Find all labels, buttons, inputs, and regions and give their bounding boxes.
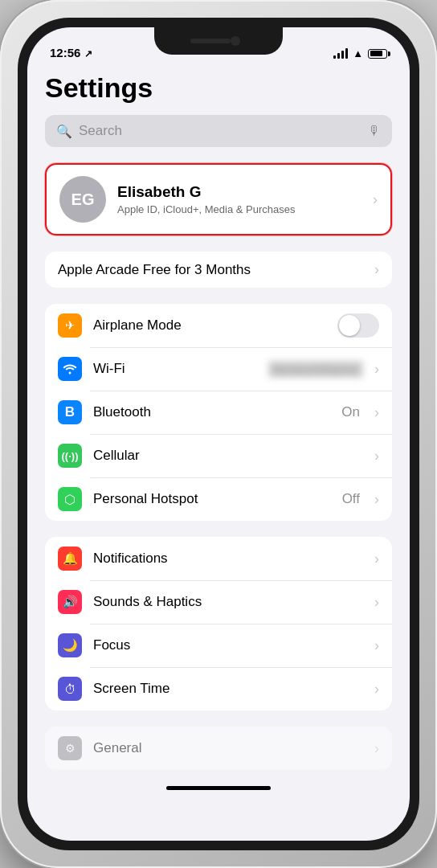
cellular-icon: ((·))	[58, 444, 82, 468]
notifications-chevron: ›	[374, 551, 379, 567]
toggle-thumb	[339, 315, 360, 336]
mic-icon[interactable]: 🎙	[368, 124, 381, 138]
wifi-status-icon: ▲	[353, 47, 363, 59]
general-label: General	[93, 740, 363, 756]
screen: 12:56 ↗ ▲	[27, 27, 410, 841]
general-icon: ⚙	[58, 736, 82, 760]
notifications-icon: 🔔	[58, 547, 82, 571]
hotspot-icon: ⬡	[58, 487, 82, 511]
arcade-row[interactable]: Apple Arcade Free for 3 Months ›	[45, 252, 392, 288]
location-icon: ↗	[84, 48, 92, 59]
search-icon: 🔍	[56, 124, 72, 139]
arcade-group: Apple Arcade Free for 3 Months ›	[45, 252, 392, 288]
wifi-network-value: NetworkName	[268, 361, 363, 378]
arcade-label: Apple Arcade Free for 3 Months	[58, 262, 363, 278]
wifi-row[interactable]: Wi-Fi NetworkName ›	[45, 347, 392, 391]
airplane-row[interactable]: ✈ Airplane Mode	[45, 304, 392, 347]
airplane-toggle[interactable]	[337, 313, 379, 338]
profile-info: Elisabeth G Apple ID, iCloud+, Media & P…	[117, 183, 361, 215]
phone-frame: 12:56 ↗ ▲	[0, 0, 437, 868]
battery-icon	[368, 49, 387, 59]
status-time: 12:56 ↗	[50, 46, 92, 59]
notch	[154, 27, 283, 55]
notifications-label: Notifications	[93, 551, 363, 567]
system-group: 🔔 Notifications › 🔊 Sounds & Haptics › 🌙…	[45, 537, 392, 710]
screentime-row[interactable]: ⏱ Screen Time ›	[45, 667, 392, 710]
focus-label: Focus	[93, 637, 363, 653]
bluetooth-chevron: ›	[374, 404, 379, 421]
screentime-icon: ⏱	[58, 677, 82, 701]
notifications-row[interactable]: 🔔 Notifications ›	[45, 537, 392, 580]
focus-row[interactable]: 🌙 Focus ›	[45, 624, 392, 667]
battery-fill	[370, 51, 382, 56]
general-chevron: ›	[374, 740, 379, 757]
scroll-content[interactable]: Settings 🔍 Search 🎙 EG Elisabeth G Apple…	[27, 66, 410, 841]
wifi-label: Wi-Fi	[93, 361, 257, 377]
sounds-row[interactable]: 🔊 Sounds & Haptics ›	[45, 580, 392, 624]
general-group-partial: ⚙ General ›	[45, 727, 392, 770]
screentime-label: Screen Time	[93, 681, 363, 697]
profile-chevron: ›	[373, 191, 378, 208]
hotspot-chevron: ›	[374, 491, 379, 508]
signal-bar-4	[345, 48, 348, 59]
focus-icon: 🌙	[58, 633, 82, 657]
hotspot-label: Personal Hotspot	[93, 491, 331, 507]
focus-chevron: ›	[374, 637, 379, 654]
wifi-icon-bg	[58, 357, 82, 381]
cellular-chevron: ›	[374, 448, 379, 465]
profile-card[interactable]: EG Elisabeth G Apple ID, iCloud+, Media …	[45, 163, 392, 235]
wifi-chevron: ›	[374, 361, 379, 378]
search-placeholder: Search	[79, 123, 361, 139]
sounds-chevron: ›	[374, 594, 379, 611]
airplane-icon: ✈	[58, 313, 82, 338]
signal-bar-1	[333, 55, 336, 59]
search-bar[interactable]: 🔍 Search 🎙	[45, 115, 392, 147]
cellular-row[interactable]: ((·)) Cellular ›	[45, 434, 392, 477]
phone-inner: 12:56 ↗ ▲	[18, 18, 419, 850]
screentime-chevron: ›	[374, 681, 379, 698]
arcade-chevron: ›	[374, 261, 379, 278]
signal-bar-3	[341, 51, 344, 59]
profile-name: Elisabeth G	[117, 183, 361, 201]
status-icons: ▲	[333, 47, 387, 59]
speaker	[190, 39, 231, 43]
camera	[231, 36, 240, 46]
bluetooth-row[interactable]: B Bluetooth On ›	[45, 391, 392, 434]
connectivity-group: ✈ Airplane Mode	[45, 304, 392, 521]
signal-bar-2	[337, 53, 340, 59]
home-indicator	[166, 786, 271, 790]
bluetooth-icon: B	[58, 400, 82, 424]
sounds-icon: 🔊	[58, 590, 82, 614]
bluetooth-value: On	[341, 404, 360, 420]
avatar: EG	[59, 176, 106, 223]
page-title: Settings	[45, 72, 392, 104]
hotspot-row[interactable]: ⬡ Personal Hotspot Off ›	[45, 477, 392, 521]
profile-subtitle: Apple ID, iCloud+, Media & Purchases	[117, 203, 361, 215]
general-row[interactable]: ⚙ General ›	[45, 727, 392, 770]
sounds-label: Sounds & Haptics	[93, 594, 363, 610]
bluetooth-label: Bluetooth	[93, 404, 330, 420]
signal-bars	[333, 48, 348, 59]
hotspot-value: Off	[342, 491, 360, 507]
airplane-label: Airplane Mode	[93, 317, 326, 334]
cellular-label: Cellular	[93, 448, 363, 464]
